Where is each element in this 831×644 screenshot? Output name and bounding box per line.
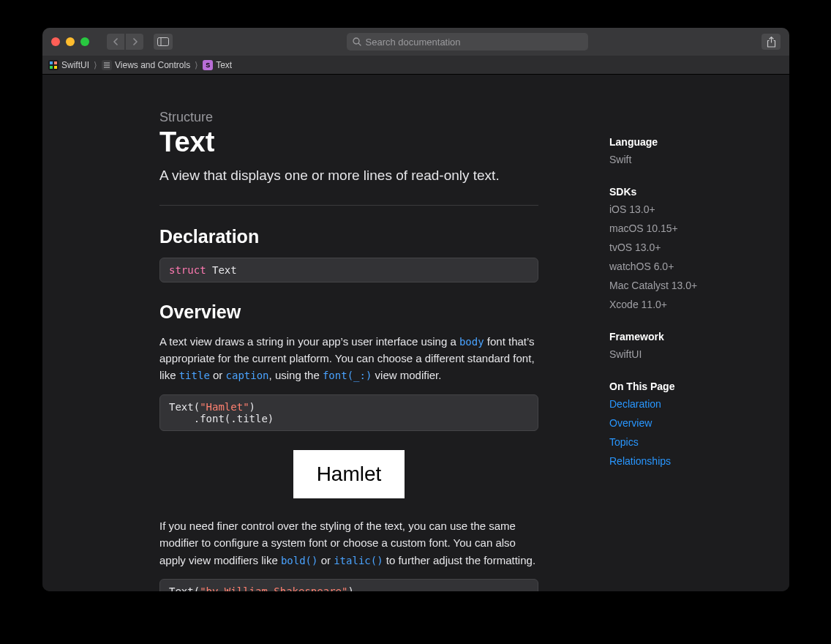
main-content: Structure Text A view that displays one … <box>42 75 603 591</box>
sidebar-language-value: Swift <box>609 154 775 165</box>
preview-image: Hamlet <box>293 450 405 498</box>
declaration-heading: Declaration <box>159 226 538 247</box>
preview-text: Hamlet <box>317 463 382 486</box>
svg-line-3 <box>358 43 361 45</box>
sidebar-language-heading: Language <box>609 136 775 148</box>
titlebar: Search documentation <box>42 28 789 56</box>
chevron-right-icon: ⟩ <box>94 60 97 70</box>
link-bold[interactable]: bold() <box>281 555 318 566</box>
chevron-right-icon: ⟩ <box>195 60 198 70</box>
link-body[interactable]: body <box>459 336 484 348</box>
link-italic[interactable]: italic() <box>334 555 383 566</box>
keyword-struct: struct <box>169 264 206 276</box>
share-button[interactable] <box>762 34 781 50</box>
overview-paragraph-2: If you need finer control over the styli… <box>159 517 538 569</box>
search-placeholder: Search documentation <box>366 37 461 48</box>
minimize-button[interactable] <box>66 37 75 46</box>
otp-link-topics[interactable]: Topics <box>609 436 775 448</box>
page-title: Text <box>159 127 538 158</box>
otp-link-relationships[interactable]: Relationships <box>609 455 775 467</box>
code-example-1: Text("Hamlet") .font(.title) <box>159 394 538 431</box>
traffic-lights <box>51 37 89 46</box>
page-summary: A view that displays one or more lines o… <box>159 165 538 186</box>
content-area: Structure Text A view that displays one … <box>42 75 789 591</box>
chevron-left-icon <box>113 38 119 45</box>
search-icon <box>353 37 361 46</box>
breadcrumb-item-text[interactable]: S Text <box>203 60 232 70</box>
otp-link-declaration[interactable]: Declaration <box>609 398 775 410</box>
forward-button[interactable] <box>126 34 143 50</box>
sidebar-toggle-button[interactable] <box>154 34 173 50</box>
sidebar-onthispage-heading: On This Page <box>609 381 775 392</box>
search-input[interactable]: Search documentation <box>347 33 588 50</box>
back-button[interactable] <box>107 34 124 50</box>
sidebar-sdks-heading: SDKs <box>609 186 775 198</box>
link-font[interactable]: font(_:) <box>323 370 372 381</box>
overview-heading: Overview <box>159 302 538 323</box>
overview-paragraph-1: A text view draws a string in your app’s… <box>159 333 538 385</box>
struct-icon: S <box>203 60 213 70</box>
sidebar-sdk-item: watchOS 6.0+ <box>609 261 775 272</box>
breadcrumb-label: Text <box>216 60 232 70</box>
breadcrumb-item-swiftui[interactable]: SwiftUI <box>48 60 89 70</box>
sidebar-framework-heading: Framework <box>609 331 775 342</box>
eyebrow: Structure <box>159 110 538 125</box>
breadcrumb-label: Views and Controls <box>115 60 190 70</box>
sidebar-sdk-item: tvOS 13.0+ <box>609 242 775 253</box>
otp-link-overview[interactable]: Overview <box>609 417 775 429</box>
sidebar-sdk-item: macOS 10.15+ <box>609 222 775 234</box>
info-sidebar: Language Swift SDKs iOS 13.0+ macOS 10.1… <box>603 75 789 591</box>
sidebar-sdk-item: Xcode 11.0+ <box>609 299 775 310</box>
swiftui-icon <box>48 60 59 70</box>
share-icon <box>767 37 776 48</box>
maximize-button[interactable] <box>80 37 89 46</box>
list-icon <box>102 60 112 70</box>
link-title[interactable]: title <box>179 370 210 381</box>
link-caption[interactable]: caption <box>226 370 269 381</box>
sidebar-framework-value: SwiftUI <box>609 348 775 360</box>
breadcrumb-label: SwiftUI <box>61 60 89 70</box>
svg-rect-4 <box>50 61 53 64</box>
code-example-2: Text("by William Shakespeare") <box>159 579 538 591</box>
sidebar-icon <box>157 37 169 46</box>
breadcrumb-item-views-and-controls[interactable]: Views and Controls <box>102 60 190 70</box>
type-name: Text <box>212 264 237 276</box>
sidebar-sdk-item: Mac Catalyst 13.0+ <box>609 280 775 291</box>
svg-rect-7 <box>54 66 57 69</box>
documentation-window: Search documentation SwiftUI ⟩ Views and… <box>42 28 789 591</box>
divider <box>159 205 538 206</box>
svg-rect-0 <box>158 38 169 46</box>
breadcrumb: SwiftUI ⟩ Views and Controls ⟩ S Text <box>42 56 789 75</box>
chevron-right-icon <box>132 38 138 45</box>
declaration-code: struct Text <box>159 258 538 282</box>
close-button[interactable] <box>51 37 60 46</box>
svg-rect-5 <box>54 61 57 64</box>
svg-rect-6 <box>50 66 53 69</box>
sidebar-sdk-item: iOS 13.0+ <box>609 203 775 215</box>
nav-buttons <box>107 34 143 50</box>
